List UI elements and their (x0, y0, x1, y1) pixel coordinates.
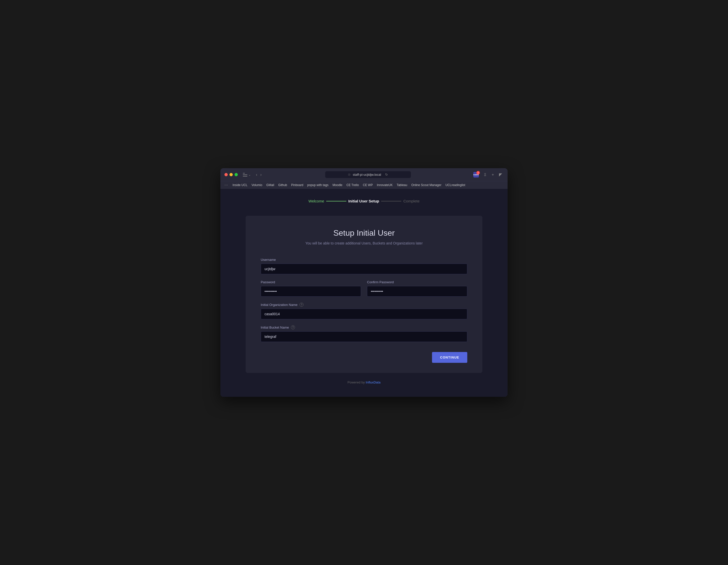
step-line-2 (381, 201, 401, 202)
bookmark-github[interactable]: Github (277, 183, 288, 187)
confirm-password-input[interactable] (367, 286, 467, 296)
confirm-password-label: Confirm Password (367, 280, 467, 284)
extension-button[interactable]: ●●●● 3 (473, 172, 479, 178)
new-tab-button[interactable]: + (490, 172, 495, 178)
org-label: Initial Organization Name ? (261, 302, 467, 307)
password-input[interactable] (261, 286, 361, 296)
bookmark-tableau[interactable]: Tableau (395, 183, 409, 187)
security-icon: ☉ (348, 173, 351, 177)
minimize-button[interactable] (229, 173, 233, 176)
bookmark-cetrello[interactable]: CE Trello (345, 183, 360, 187)
step-initial-setup: Initial User Setup (348, 199, 379, 203)
page-title: Setup Initial User (261, 229, 467, 238)
step-welcome: Welcome (309, 199, 324, 203)
setup-card: Setup Initial User You will be able to c… (246, 216, 482, 373)
page-footer: Powered by InfluxData (225, 373, 503, 387)
titlebar: ⌄ ‹ › ☉ staff-pi-ucjtdjw.local ↻ ●●●● 3 (220, 168, 508, 181)
org-help-icon[interactable]: ? (300, 302, 304, 307)
apps-icon[interactable]: ⋯ (224, 183, 228, 187)
confirm-password-group: Confirm Password (367, 280, 467, 296)
org-input[interactable] (261, 309, 467, 319)
bookmark-popup[interactable]: popup with tags (306, 183, 330, 187)
bookmark-uclreadinglist[interactable]: UCLreadinglist (444, 183, 467, 187)
bookmark-gmail[interactable]: GMail (265, 183, 276, 187)
password-group: Password (261, 280, 361, 296)
step-line-1 (326, 201, 346, 202)
address-bar[interactable]: ☉ staff-pi-ucjtdjw.local ↻ (325, 171, 411, 178)
sidebar-toggle[interactable]: ⌄ (243, 173, 251, 177)
bookmark-insideucl[interactable]: Inside UCL (231, 183, 249, 187)
influxdata-link[interactable]: InfluxData (366, 380, 381, 384)
nav-arrows: ‹ › (255, 172, 263, 178)
page-subtitle: You will be able to create additional Us… (261, 241, 467, 245)
sidebar-icon (243, 173, 247, 177)
powered-by-text: Powered by (348, 380, 365, 384)
username-label: Username (261, 258, 467, 262)
username-input[interactable] (261, 264, 467, 274)
forward-button[interactable]: › (259, 172, 262, 178)
form-footer: CONTINUE (261, 352, 467, 363)
password-label: Password (261, 280, 361, 284)
bucket-help-icon[interactable]: ? (291, 325, 295, 329)
share-button[interactable]: ⇫ (482, 171, 488, 178)
extensions-area: ●●●● 3 (473, 172, 479, 178)
password-row: Password Confirm Password (261, 280, 467, 296)
bucket-group: Initial Bucket Name ? (261, 325, 467, 342)
extension-badge: 3 (476, 171, 480, 175)
page-content: Welcome Initial User Setup Complete Setu… (220, 189, 508, 397)
bookmark-innovateuk[interactable]: InnovateUK (375, 183, 394, 187)
maximize-button[interactable] (235, 173, 238, 176)
bookmark-volumio[interactable]: Volumio (250, 183, 264, 187)
windows-button[interactable]: ◤ (498, 171, 504, 178)
address-bar-container: ☉ staff-pi-ucjtdjw.local ↻ (266, 171, 470, 178)
step-setup-label: Initial User Setup (348, 199, 379, 203)
bucket-input[interactable] (261, 331, 467, 342)
traffic-lights (224, 173, 238, 176)
bookmark-cewp[interactable]: CE WP (361, 183, 374, 187)
url-text: staff-pi-ucjtdjw.local (353, 173, 381, 177)
bookmark-moodle[interactable]: Moodle (331, 183, 344, 187)
bookmark-pinboard[interactable]: Pinboard (290, 183, 305, 187)
stepper: Welcome Initial User Setup Complete (225, 199, 503, 203)
browser-chrome: ⌄ ‹ › ☉ staff-pi-ucjtdjw.local ↻ ●●●● 3 (220, 168, 508, 189)
back-button[interactable]: ‹ (255, 172, 258, 178)
browser-window: ⌄ ‹ › ☉ staff-pi-ucjtdjw.local ↻ ●●●● 3 (220, 168, 508, 397)
refresh-icon[interactable]: ↻ (385, 173, 388, 177)
continue-button[interactable]: CONTINUE (432, 352, 467, 363)
bookmark-osm[interactable]: Online Scout Manager (410, 183, 443, 187)
browser-actions: ⇫ + ◤ (482, 171, 504, 178)
step-welcome-label: Welcome (309, 199, 324, 203)
bucket-label: Initial Bucket Name ? (261, 325, 467, 329)
step-complete: Complete (403, 199, 419, 203)
org-group: Initial Organization Name ? (261, 302, 467, 319)
username-group: Username (261, 258, 467, 274)
step-complete-label: Complete (403, 199, 419, 203)
close-button[interactable] (224, 173, 228, 176)
bookmarks-bar: ⋯ Inside UCL Volumio GMail Github Pinboa… (220, 181, 508, 189)
